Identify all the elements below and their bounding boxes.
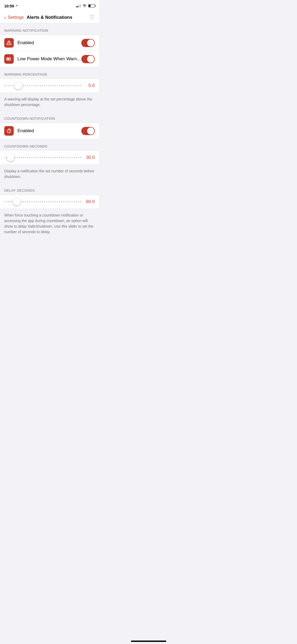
countdown-slider-track [4,157,82,158]
warning-icon-bg [4,38,14,48]
nav-back-button[interactable]: ‹ Settings [4,15,24,20]
delay-seconds-slider-row: 60.0 [0,195,99,209]
countdown-icon-bg [4,126,14,136]
stopwatch-icon [6,128,12,134]
toggle-thumb [87,39,94,47]
status-icons [76,4,95,7]
slider-track [4,85,82,86]
status-time: 10:59 [4,4,14,8]
svg-point-1 [9,44,9,44]
delay-slider-thumb[interactable] [13,198,20,205]
delay-seconds-header: DELAY SECONDS [0,183,99,195]
signal-bar-4 [80,4,81,7]
signal-bar-2 [77,6,78,7]
warning-notification-header: WARNING NOTIFICATION [0,23,99,35]
toggle-thumb-2 [87,56,94,63]
warning-percentage-slider[interactable] [4,83,82,88]
warning-enabled-label: Enabled [17,40,81,45]
warning-notification-section: WARNING NOTIFICATION Enabled [0,23,99,67]
warning-percentage-description: A warning will display at the set percen… [0,93,99,111]
battery-icon [88,4,95,7]
countdown-notification-section: COUNTDOWN NOTIFICATION Enabled [0,111,99,139]
countdown-enabled-toggle[interactable] [81,127,95,135]
delay-slider-track [4,201,82,202]
countdown-seconds-section: COUNTDOWN SECONDS 30.0 Display a notific… [0,139,99,183]
warning-triangle-icon [6,40,12,45]
warning-percentage-slider-row: 5.0 [0,79,99,93]
toggle-thumb-3 [87,127,94,135]
heart-icon[interactable]: ♡ [89,14,95,21]
countdown-seconds-value: 30.0 [85,155,95,160]
warning-enabled-row: Enabled [0,35,99,51]
signal-bars [76,4,81,7]
countdown-seconds-description: Display a notification the set number of… [0,165,99,183]
back-label[interactable]: Settings [8,15,24,20]
warning-percentage-header: WARNING PERCENTAGE [0,67,99,79]
countdown-slider-thumb[interactable] [7,154,14,161]
warning-notification-group: Enabled Low Power Mode When Warn... [0,35,99,67]
battery-fill [89,5,91,7]
slider-thumb[interactable] [15,82,22,89]
low-power-mode-row: Low Power Mode When Warn... [0,51,99,67]
warning-enabled-toggle[interactable] [81,39,95,47]
status-bar: 10:59 ↗ [0,0,99,12]
countdown-enabled-row: Enabled [0,123,99,139]
countdown-seconds-slider[interactable] [4,155,82,160]
signal-bar-3 [79,5,79,7]
nav-bar: ‹ Settings Alerts & Notifications ♡ [0,12,99,23]
svg-rect-3 [7,58,10,60]
page-title: Alerts & Notifications [27,15,72,20]
delay-seconds-slider[interactable] [4,199,82,204]
signal-bar-1 [76,6,77,7]
wifi-icon [82,4,87,7]
countdown-seconds-slider-row: 30.0 [0,150,99,165]
countdown-enabled-label: Enabled [17,128,81,134]
battery-row-icon [6,56,12,62]
location-icon: ↗ [15,4,18,8]
countdown-notification-header: COUNTDOWN NOTIFICATION [0,111,99,123]
low-power-toggle[interactable] [81,55,95,63]
countdown-notification-group: Enabled [0,123,99,139]
low-power-label: Low Power Mode When Warn... [17,56,81,62]
warning-percentage-section: WARNING PERCENTAGE 5.0 A warning will di… [0,67,99,111]
delay-seconds-value: 60.0 [85,199,95,204]
delay-seconds-section: DELAY SECONDS 60.0 When force touching a… [0,183,99,238]
low-power-icon-bg [4,54,14,64]
warning-percentage-value: 5.0 [85,83,95,88]
content-area: WARNING NOTIFICATION Enabled [0,23,99,238]
countdown-seconds-header: COUNTDOWN SECONDS [0,139,99,150]
back-chevron-icon: ‹ [4,15,6,20]
delay-seconds-description: When force touching a countdown notifica… [0,209,99,238]
